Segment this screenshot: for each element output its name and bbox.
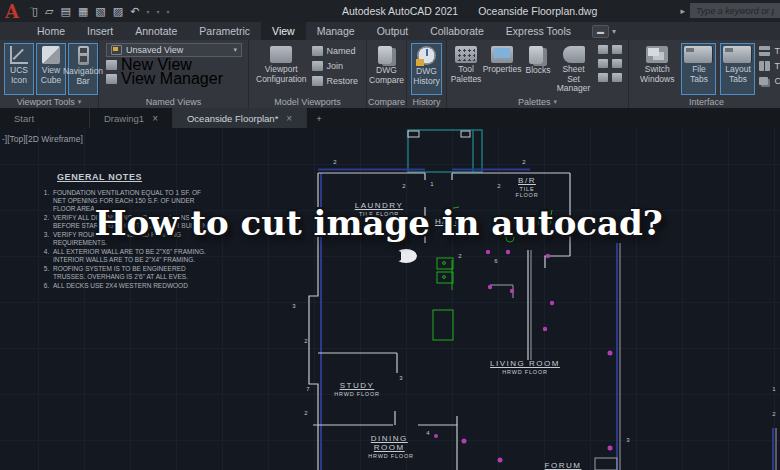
panel-label-interface: Interface [629, 95, 780, 108]
layout-tabs-button[interactable]: Layout Tabs [720, 43, 755, 95]
file-tab-drawing1[interactable]: Drawing1 × [90, 108, 173, 128]
tab-output[interactable]: Output [366, 22, 420, 40]
qat-customize-icon[interactable]: ▾ [166, 8, 169, 15]
undo-dropdown-icon[interactable]: ▾ [146, 8, 149, 15]
drawing-canvas[interactable]: -][Top][2D Wireframe] GENERAL NOTES FOUN… [0, 128, 780, 470]
file-tab-start[interactable]: Start [0, 108, 90, 128]
blocks-button[interactable]: Blocks [523, 43, 553, 95]
general-notes-title: GENERAL NOTES [57, 172, 215, 182]
open-folder-icon[interactable]: ▱ [45, 5, 53, 18]
print-icon[interactable]: ▨ [113, 5, 123, 18]
save-as-icon[interactable]: ▦ [78, 5, 88, 18]
viewport-configuration-button[interactable]: Viewport Configuration [253, 43, 310, 95]
dim-number: 1 [772, 386, 775, 392]
interior-walls [490, 243, 776, 470]
tool-palettes-button[interactable]: Tool Palettes [451, 43, 481, 95]
count-icon[interactable] [598, 73, 608, 82]
close-icon[interactable]: × [152, 113, 158, 124]
tab-annotate[interactable]: Annotate [124, 22, 188, 40]
tab-manage[interactable]: Manage [306, 22, 366, 40]
named-viewport-button[interactable]: Named [312, 44, 359, 57]
switch-windows-icon [646, 46, 668, 63]
chimney-caps [408, 131, 470, 137]
close-icon[interactable]: × [286, 113, 292, 124]
panel-named-views: Unsaved View ▾ New View View Manager Nam… [99, 40, 249, 108]
properties-icon [491, 46, 513, 63]
autocad-logo-icon[interactable]: A [2, 0, 22, 22]
properties-button[interactable]: Properties [485, 43, 519, 95]
dim-number: 6 [494, 258, 497, 264]
document-title: Oceanside Floorplan.dwg [478, 5, 597, 17]
dim-number: 2 [304, 338, 307, 344]
tile-horizontally-icon [759, 46, 770, 56]
file-tab-oceanside-floorplan[interactable]: Oceanside Floorplan* × [173, 108, 307, 128]
file-tabs-button[interactable]: File Tabs [681, 43, 716, 95]
viewport-configuration-icon [270, 46, 292, 63]
panel-interface: Switch Windows File Tabs Layout Tabs Til… [629, 40, 780, 108]
plot-icon[interactable]: ▧ [95, 5, 105, 18]
tile-horizontally-button[interactable]: Tile Horizontally [759, 44, 780, 57]
join-viewport-button[interactable]: Join [312, 59, 359, 72]
panel-label-viewport-tools[interactable]: Viewport Tools ▾ [0, 95, 98, 108]
app-title: Autodesk AutoCAD 2021 [342, 5, 458, 17]
panel-palettes: Tool Palettes Properties Blocks Sheet Se… [447, 40, 629, 108]
tab-view[interactable]: View [261, 22, 306, 40]
dim-number: 3 [292, 303, 295, 309]
dim-number: 2 [402, 183, 405, 189]
tab-insert[interactable]: Insert [76, 22, 124, 40]
ribbon-state-icon[interactable]: ▬ [592, 25, 609, 38]
panel-label-model-viewports: Model Viewports [249, 95, 366, 108]
command-line-icon[interactable] [598, 45, 608, 54]
design-center-icon[interactable] [598, 59, 608, 68]
save-icon[interactable]: ▤ [61, 5, 71, 18]
window-title: Autodesk AutoCAD 2021 Oceanside Floorpla… [342, 0, 597, 22]
panel-label-history: History [407, 95, 446, 108]
new-drawing-tab-button[interactable]: + [307, 108, 331, 128]
navigation-bar-icon [78, 46, 89, 65]
tab-parametric[interactable]: Parametric [188, 22, 261, 40]
lists-icon[interactable] [612, 73, 622, 82]
note-item: ROOFING SYSTEM IS TO BE ENGINEERED TRUSS… [51, 265, 215, 281]
undo-icon[interactable]: ↶ [130, 5, 139, 18]
view-manager-button[interactable]: View Manager [106, 72, 244, 85]
switch-windows-button[interactable]: Switch Windows [637, 43, 677, 95]
layer-properties-icon[interactable] [612, 45, 622, 54]
view-cube-icon [42, 46, 60, 64]
tab-collaborate[interactable]: Collaborate [419, 22, 495, 40]
navigation-bar-button[interactable]: Navigation Bar [68, 43, 98, 95]
new-view-icon [106, 60, 117, 70]
tab-home[interactable]: Home [26, 22, 76, 40]
dwg-history-button[interactable]: DWG History [411, 43, 442, 95]
viewport-controls-label[interactable]: -][Top][2D Wireframe] [2, 134, 83, 144]
panel-compare: DWG Compare Compare [367, 40, 407, 108]
restore-viewport-button[interactable]: Restore [312, 74, 359, 87]
view-cube-button[interactable]: View Cube [36, 43, 66, 95]
panel-label-compare: Compare [367, 95, 406, 108]
search-input[interactable] [690, 3, 780, 18]
ribbon-state-dropdown-icon[interactable]: ▾ [612, 27, 616, 36]
sink-fixture [395, 249, 417, 263]
unsaved-view-icon [111, 45, 122, 55]
dim-number: 2 [497, 183, 500, 189]
search-expand-icon[interactable]: ▸ [680, 6, 685, 16]
dim-number: 3 [626, 437, 629, 443]
redo-dropdown-icon[interactable]: ▾ [156, 8, 159, 15]
tab-express-tools[interactable]: Express Tools [495, 22, 582, 40]
panel-dropdown-icon: ▾ [78, 98, 82, 106]
tile-vertically-button[interactable]: Tile Vertically [759, 59, 780, 72]
panel-model-viewports: Viewport Configuration Named Join Restor… [249, 40, 367, 108]
new-file-icon[interactable]: ▯ [32, 5, 38, 18]
room-label-study: STUDY HRWD FLOOR [334, 381, 379, 397]
ucs-icon-button[interactable]: UCS Icon [4, 43, 34, 95]
dim-number: 2 [772, 411, 775, 417]
markup-icon[interactable] [612, 59, 622, 68]
sheet-set-manager-button[interactable]: Sheet Set Manager [557, 43, 590, 95]
dim-number: 3 [399, 375, 402, 381]
panel-label-palettes[interactable]: Palettes ▾ [447, 95, 628, 108]
dim-number: 2 [458, 253, 461, 259]
dim-number: 2 [333, 159, 336, 165]
dwg-compare-button[interactable]: DWG Compare [371, 43, 402, 95]
layout-tabs-icon [723, 46, 752, 63]
cascade-button[interactable]: Cascade [759, 74, 780, 87]
panel-history: DWG History History [407, 40, 447, 108]
